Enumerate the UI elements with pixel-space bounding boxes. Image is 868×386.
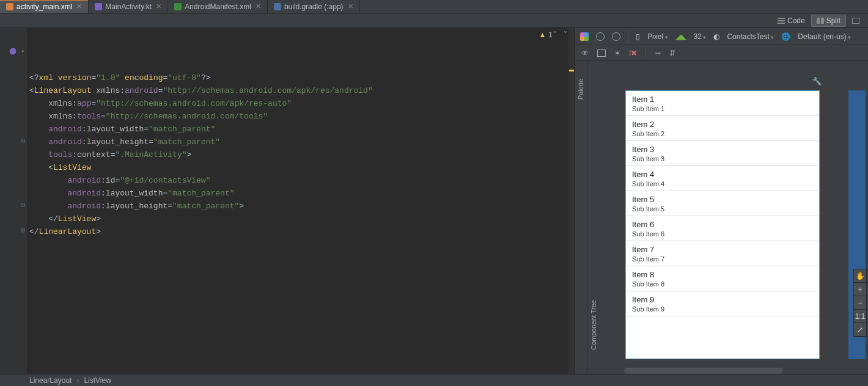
layout-editor-pane: ▯ Pixel ◢◣ 32 ◐ ContactsTest 🌐 Default (… [575, 28, 868, 374]
breadcrumb-item[interactable]: ListView [84, 376, 111, 385]
design-toolbar: ▯ Pixel ◢◣ 32 ◐ ContactsTest 🌐 Default (… [575, 28, 868, 45]
view-options-icon[interactable]: 👁 [581, 49, 589, 57]
chevron-right-icon: › [76, 376, 79, 385]
code-icon [778, 18, 785, 24]
editor-main: ▸ ⊟ ⊟ ⊟ <?xml version="1.0" encoding="ut… [0, 28, 868, 374]
listview-preview-item[interactable]: Item 9Sub Item 9 [626, 291, 819, 316]
file-type-icon [95, 3, 102, 10]
list-item-subtitle: Sub Item 9 [632, 305, 813, 313]
file-type-icon [6, 3, 13, 10]
list-item-subtitle: Sub Item 7 [632, 255, 813, 263]
file-type-icon [274, 3, 281, 10]
close-icon[interactable]: ✕ [76, 2, 82, 10]
inspection-summary[interactable]: ▲ 1 [539, 31, 553, 39]
close-icon[interactable]: ✕ [348, 2, 353, 10]
align-vertical-icon[interactable]: ⇵ [669, 49, 675, 57]
list-item-subtitle: Sub Item 2 [632, 130, 813, 137]
android-icon: ◢◣ [675, 32, 686, 41]
align-horizontal-icon[interactable]: ⇿ [655, 49, 661, 57]
locale-select[interactable]: Default (en-us) [798, 32, 851, 41]
zoom-controls: ✋+−1:1⤢ [853, 269, 867, 337]
palette-sidebar-tab[interactable]: Palette [575, 61, 587, 374]
listview-preview-item[interactable]: Item 3Sub Item 3 [626, 141, 819, 166]
orientation-icon[interactable] [596, 32, 605, 41]
breadcrumb-bar: LinearLayout › ListView [0, 374, 868, 386]
night-mode-icon[interactable] [612, 32, 620, 41]
surface-select-icon[interactable] [580, 32, 589, 41]
editor-tab[interactable]: MainActivity.kt✕ [89, 0, 168, 13]
listview-preview-item[interactable]: Item 7Sub Item 7 [626, 241, 819, 266]
design-icon [852, 18, 859, 24]
fold-icon[interactable]: ⊟ [21, 202, 26, 207]
zoom-button[interactable]: ✋ [854, 269, 866, 283]
editor-gutter: ▸ ⊟ ⊟ ⊟ [0, 28, 27, 374]
device-select[interactable]: Pixel [647, 32, 668, 41]
inspection-nav[interactable]: ˄ ˅ [553, 31, 570, 39]
fold-icon[interactable]: ⊟ [21, 228, 26, 233]
editor-tab[interactable]: build.gradle (:app)✕ [268, 0, 360, 13]
list-item-subtitle: Sub Item 4 [632, 180, 813, 188]
close-icon[interactable]: ✕ [256, 2, 261, 10]
warning-count: 1 [548, 31, 553, 39]
list-item-title: Item 6 [632, 220, 813, 229]
view-mode-bar: Code Split [0, 13, 868, 28]
design-surface-container: Palette 🔧 Item 1Sub Item 1Item 2Sub Item… [575, 61, 868, 374]
code-editor[interactable]: <?xml version="1.0" encoding="utf-8"?><L… [27, 28, 575, 374]
locale-icon: 🌐 [781, 32, 790, 41]
editor-tab[interactable]: AndroidManifest.xml✕ [168, 0, 268, 13]
zoom-button[interactable]: 1:1 [854, 310, 866, 323]
split-icon [817, 18, 824, 24]
list-item-title: Item 5 [632, 195, 813, 204]
tab-label: MainActivity.kt [105, 2, 152, 11]
component-tree-sidebar-tab[interactable]: Component Tree [587, 282, 600, 368]
list-item-title: Item 4 [632, 170, 813, 179]
view-options-wrench-icon[interactable]: 🔧 [812, 77, 822, 86]
file-type-icon [174, 3, 182, 10]
view-mode-split[interactable]: Split [811, 15, 846, 27]
listview-preview-item[interactable]: Item 8Sub Item 8 [626, 266, 819, 291]
view-mode-code[interactable]: Code [773, 15, 810, 26]
palette-label: Palette [578, 79, 585, 100]
device-preview[interactable]: Item 1Sub Item 1Item 2Sub Item 2Item 3Su… [625, 90, 820, 359]
list-item-subtitle: Sub Item 1 [632, 105, 813, 112]
list-item-title: Item 2 [632, 120, 813, 129]
tab-label: AndroidManifest.xml [185, 2, 251, 11]
api-select[interactable]: 32 [694, 32, 707, 41]
view-mode-split-label: Split [826, 16, 840, 25]
view-mode-design[interactable] [847, 16, 864, 25]
fold-icon[interactable]: ⊟ [21, 138, 26, 143]
autoconnect-icon[interactable] [597, 49, 606, 57]
breadcrumb-item[interactable]: LinearLayout [29, 376, 72, 385]
horizontal-scrollbar[interactable] [624, 368, 783, 374]
default-margins-icon[interactable]: ✶ [614, 49, 620, 57]
zoom-button[interactable]: + [854, 283, 866, 296]
tab-label: activity_main.xml [17, 2, 72, 11]
listview-preview-item[interactable]: Item 4Sub Item 4 [626, 166, 819, 191]
editor-tab[interactable]: activity_main.xml✕ [0, 0, 89, 13]
component-tree-label: Component Tree [590, 300, 597, 350]
tab-label: build.gradle (:app) [284, 2, 344, 11]
design-surface[interactable]: 🔧 Item 1Sub Item 1Item 2Sub Item 2Item 3… [587, 61, 868, 374]
list-item-title: Item 7 [632, 245, 813, 254]
listview-preview-item[interactable]: Item 2Sub Item 2 [626, 116, 819, 141]
fold-icon[interactable]: ▸ [21, 48, 26, 53]
zoom-button[interactable]: − [854, 296, 866, 310]
theme-select[interactable]: ContactsTest [727, 32, 774, 41]
code-editor-pane: ▸ ⊟ ⊟ ⊟ <?xml version="1.0" encoding="ut… [0, 28, 575, 374]
listview-preview-item[interactable]: Item 5Sub Item 5 [626, 191, 819, 216]
warning-icon: ▲ [539, 31, 546, 39]
zoom-button[interactable]: ⤢ [854, 323, 866, 337]
error-stripe[interactable] [568, 28, 575, 374]
warning-marker[interactable] [569, 70, 574, 71]
close-icon[interactable]: ✕ [156, 2, 161, 10]
list-item-title: Item 3 [632, 145, 813, 154]
listview-preview-item[interactable]: Item 1Sub Item 1 [626, 91, 819, 116]
list-item-subtitle: Sub Item 3 [632, 155, 813, 162]
listview-preview-item[interactable]: Item 6Sub Item 6 [626, 216, 819, 241]
list-item-title: Item 9 [632, 295, 813, 304]
list-item-subtitle: Sub Item 5 [632, 205, 813, 213]
class-gutter-icon[interactable] [9, 47, 17, 56]
list-item-subtitle: Sub Item 6 [632, 230, 813, 238]
clear-constraints-icon[interactable]: I✖ [629, 49, 637, 57]
view-mode-code-label: Code [787, 16, 805, 25]
